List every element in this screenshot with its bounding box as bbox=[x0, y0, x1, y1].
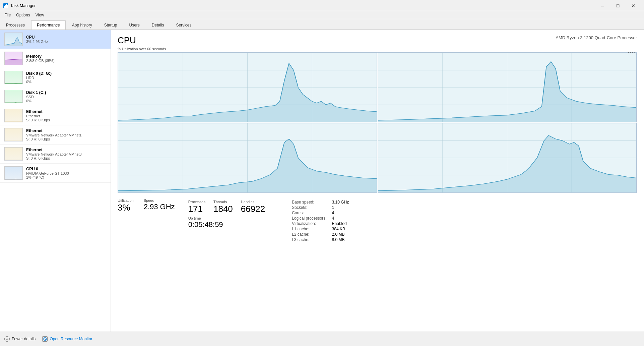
tab-startup[interactable]: Startup bbox=[99, 20, 123, 30]
l2-key: L2 cache: bbox=[292, 232, 326, 237]
task-manager-window: Task Manager – □ ✕ File Options View Pro… bbox=[0, 0, 644, 346]
cpu-chart-3 bbox=[378, 123, 637, 193]
tab-performance[interactable]: Performance bbox=[31, 20, 66, 30]
gpu-model: NVIDIA GeForce GT 1030 bbox=[26, 171, 107, 175]
svg-rect-1 bbox=[4, 6, 5, 8]
cpu-chart-1 bbox=[378, 53, 637, 122]
menu-file[interactable]: File bbox=[2, 12, 13, 18]
panel-header: CPU AMD Ryzen 3 1200 Quad-Core Processor bbox=[118, 35, 637, 46]
eth0-label: Ethernet bbox=[26, 109, 107, 114]
sockets-key: Sockets: bbox=[292, 205, 326, 210]
sidebar-item-eth0[interactable]: Ethernet Ethernet S: 0 R: 0 Kbps bbox=[0, 106, 111, 125]
disk0-label: Disk 0 (D: G:) bbox=[26, 71, 107, 76]
speed-group: Speed 2.93 GHz bbox=[144, 198, 175, 242]
minimize-button[interactable]: – bbox=[595, 0, 610, 11]
eth0-thumbnail bbox=[4, 109, 23, 122]
window-controls: – □ ✕ bbox=[595, 0, 641, 11]
svg-rect-4 bbox=[7, 5, 8, 8]
monitor-icon bbox=[42, 336, 48, 342]
threads-value: 1840 bbox=[213, 204, 233, 214]
handles-value: 66922 bbox=[241, 204, 265, 214]
eth2-adapter: VMware Network Adapter VMnet8 bbox=[26, 152, 107, 156]
processes-label: Processes bbox=[188, 200, 205, 204]
svg-rect-2 bbox=[5, 5, 6, 8]
cpu-chart-2 bbox=[118, 123, 377, 193]
sidebar-item-gpu[interactable]: GPU 0 NVIDIA GeForce GT 1030 1% (49 °C) bbox=[0, 164, 111, 183]
uptime-label: Up time bbox=[188, 216, 265, 220]
close-button[interactable]: ✕ bbox=[626, 0, 641, 11]
menu-options[interactable]: Options bbox=[13, 12, 33, 18]
memory-stats: 2.8/8.0 GB (35%) bbox=[26, 59, 107, 63]
tab-services[interactable]: Services bbox=[171, 20, 197, 30]
eth1-info: Ethernet VMware Network Adapter VMnet1 S… bbox=[26, 128, 107, 141]
sidebar-item-disk0[interactable]: Disk 0 (D: G:) HDD 0% bbox=[0, 68, 111, 87]
virt-key: Virtualization: bbox=[292, 221, 326, 226]
l1-key: L1 cache: bbox=[292, 227, 326, 231]
eth1-adapter: VMware Network Adapter VMnet1 bbox=[26, 133, 107, 137]
disk0-usage: 0% bbox=[26, 80, 107, 84]
eth1-label: Ethernet bbox=[26, 128, 107, 133]
tab-details[interactable]: Details bbox=[146, 20, 170, 30]
logical-key: Logical processors: bbox=[292, 216, 326, 221]
fewer-details-label: Fewer details bbox=[12, 337, 36, 341]
maximize-button[interactable]: □ bbox=[610, 0, 626, 11]
uptime-group: Up time 0:05:48:59 bbox=[188, 216, 265, 229]
disk0-info: Disk 0 (D: G:) HDD 0% bbox=[26, 71, 107, 84]
logical-val: 4 bbox=[332, 216, 349, 221]
cpu-stats: 3% 2.93 GHz bbox=[26, 40, 107, 44]
handles-group: Handles 66922 bbox=[241, 200, 265, 214]
sockets-val: 1 bbox=[332, 205, 349, 210]
cpu-stats-mid: Processes 171 Threads 1840 Handles 66922 bbox=[188, 200, 265, 242]
memory-info: Memory 2.8/8.0 GB (35%) bbox=[26, 54, 107, 63]
threads-label: Threads bbox=[213, 200, 233, 204]
svg-rect-3 bbox=[6, 4, 7, 8]
fewer-details-icon bbox=[4, 336, 10, 342]
open-resource-monitor-button[interactable]: Open Resource Monitor bbox=[42, 336, 92, 342]
cpu-charts bbox=[118, 52, 637, 193]
sidebar: CPU 3% 2.93 GHz Memory 2.8/8.0 GB (35%) bbox=[0, 30, 111, 332]
eth1-thumbnail bbox=[4, 128, 23, 141]
tab-bar: Processes Performance App history Startu… bbox=[0, 19, 644, 30]
threads-group: Threads 1840 bbox=[213, 200, 233, 214]
virt-val: Enabled bbox=[332, 221, 349, 226]
cpu-chart-0 bbox=[118, 53, 377, 122]
disk0-type: HDD bbox=[26, 76, 107, 80]
window-title: Task Manager bbox=[10, 3, 595, 8]
eth0-adapter: Ethernet bbox=[26, 114, 107, 118]
cores-val: 4 bbox=[332, 211, 349, 215]
cpu-info: CPU 3% 2.93 GHz bbox=[26, 35, 107, 44]
menu-view[interactable]: View bbox=[33, 12, 47, 18]
cpu-stats-left: Utilization 3% Speed 2.93 GHz bbox=[118, 198, 175, 242]
sidebar-item-cpu[interactable]: CPU 3% 2.93 GHz bbox=[0, 30, 111, 49]
app-icon bbox=[3, 3, 8, 8]
gpu-info: GPU 0 NVIDIA GeForce GT 1030 1% (49 °C) bbox=[26, 167, 107, 179]
gpu-stats: 1% (49 °C) bbox=[26, 175, 107, 179]
processor-name: AMD Ryzen 3 1200 Quad-Core Processor bbox=[556, 35, 637, 40]
disk1-usage: 0% bbox=[26, 99, 107, 103]
disk0-thumbnail bbox=[4, 71, 23, 84]
eth2-info: Ethernet VMware Network Adapter VMnet8 S… bbox=[26, 148, 107, 160]
cpu-stats-area: Utilization 3% Speed 2.93 GHz Processes … bbox=[118, 198, 637, 242]
utilization-group: Utilization 3% bbox=[118, 198, 134, 242]
l1-val: 384 KB bbox=[332, 227, 349, 231]
eth0-stats: S: 0 R: 0 Kbps bbox=[26, 118, 107, 122]
tab-users[interactable]: Users bbox=[123, 20, 145, 30]
fewer-details-button[interactable]: Fewer details bbox=[4, 336, 36, 342]
titlebar: Task Manager – □ ✕ bbox=[0, 0, 644, 11]
gpu-thumbnail bbox=[4, 166, 23, 180]
chart-label: % Utilization over 60 seconds bbox=[118, 47, 637, 51]
tab-processes[interactable]: Processes bbox=[0, 20, 30, 30]
processes-group: Processes 171 bbox=[188, 200, 205, 214]
performance-panel: CPU AMD Ryzen 3 1200 Quad-Core Processor… bbox=[111, 30, 644, 332]
utilization-value: 3% bbox=[118, 203, 134, 213]
panel-title: CPU bbox=[118, 35, 136, 46]
cores-key: Cores: bbox=[292, 211, 326, 215]
speed-label: Speed bbox=[144, 198, 175, 203]
sidebar-item-eth1[interactable]: Ethernet VMware Network Adapter VMnet1 S… bbox=[0, 125, 111, 145]
base-speed-key: Base speed: bbox=[292, 200, 326, 205]
sidebar-item-disk1[interactable]: Disk 1 (C:) SSD 0% bbox=[0, 87, 111, 106]
sidebar-item-eth2[interactable]: Ethernet VMware Network Adapter VMnet8 S… bbox=[0, 145, 111, 164]
eth2-stats: S: 0 R: 0 Kbps bbox=[26, 156, 107, 160]
tab-app-history[interactable]: App history bbox=[66, 20, 98, 30]
sidebar-item-memory[interactable]: Memory 2.8/8.0 GB (35%) bbox=[0, 49, 111, 68]
